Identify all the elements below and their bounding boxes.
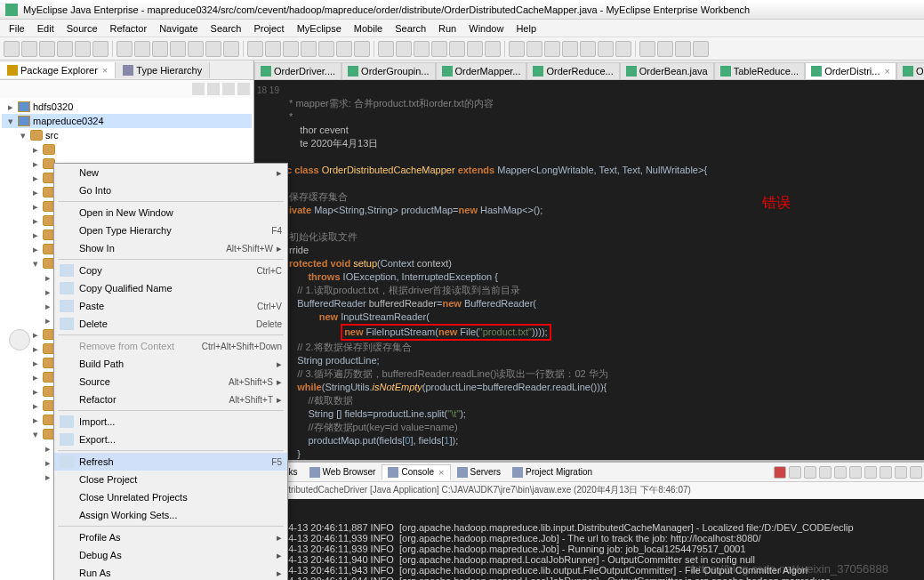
menu-item-delete[interactable]: DeleteDelete — [54, 315, 287, 333]
toolbar-button[interactable] — [4, 41, 20, 57]
tree-item[interactable]: ▸hdfs0320 — [2, 100, 252, 114]
toolbar-button[interactable] — [693, 41, 709, 57]
display-console-icon[interactable] — [864, 466, 877, 479]
menu-item-build-path[interactable]: Build Path▸ — [54, 355, 287, 373]
toolbar-button[interactable] — [615, 41, 631, 57]
editor-tab[interactable]: OrderMapper... — [436, 62, 527, 79]
toolbar-button[interactable] — [396, 41, 412, 57]
tree-item[interactable]: ▾mapreduce0324 — [2, 114, 252, 128]
tab-type-hierarchy[interactable]: Type Hierarchy — [116, 62, 210, 78]
toolbar-button[interactable] — [526, 41, 542, 57]
menu-item-import-[interactable]: Import... — [54, 413, 287, 431]
toolbar-button[interactable] — [485, 41, 501, 57]
toolbar-button[interactable] — [92, 41, 108, 57]
pin-console-icon[interactable] — [849, 466, 862, 479]
toolbar-button[interactable] — [354, 41, 370, 57]
menu-item-debug-as[interactable]: Debug As▸ — [54, 546, 287, 564]
menu-item-remove-from-context[interactable]: Remove from ContextCtrl+Alt+Shift+Down — [54, 337, 287, 355]
toolbar-button[interactable] — [467, 41, 483, 57]
toolbar-button[interactable] — [152, 41, 168, 57]
toolbar-button[interactable] — [675, 41, 691, 57]
toolbar-button[interactable] — [39, 41, 55, 57]
toolbar-button[interactable] — [223, 41, 239, 57]
open-console-icon[interactable] — [880, 466, 892, 479]
toolbar-button[interactable] — [509, 41, 525, 57]
menu-item-new[interactable]: New▸ — [54, 164, 287, 181]
menu-edit[interactable]: Edit — [32, 21, 60, 36]
console-output[interactable]: 2020-04-13 20:46:11,887 INFO [org.apache… — [254, 499, 924, 580]
tab-web-browser[interactable]: Web Browser — [304, 465, 382, 479]
maximize-icon[interactable] — [910, 466, 922, 479]
toolbar-button[interactable] — [562, 41, 578, 57]
link-editor-icon[interactable] — [207, 83, 220, 95]
toolbar-button[interactable] — [75, 41, 91, 57]
toolbar-button[interactable] — [188, 41, 204, 57]
toolbar-button[interactable] — [301, 41, 317, 57]
toolbar-button[interactable] — [205, 41, 221, 57]
editor-tab[interactable]: OrderBean.java — [620, 62, 714, 79]
menu-item-copy-qualified-name[interactable]: Copy Qualified Name — [54, 279, 287, 297]
toolbar-button[interactable] — [21, 41, 37, 57]
toolbar-button[interactable] — [414, 41, 430, 57]
minimize-icon[interactable] — [895, 466, 907, 479]
menu-item-refresh[interactable]: RefreshF5 — [54, 453, 287, 471]
toolbar-button[interactable] — [336, 41, 352, 57]
view-menu-icon[interactable] — [222, 83, 235, 95]
menu-help[interactable]: Help — [510, 21, 542, 36]
menu-mobile[interactable]: Mobile — [349, 21, 388, 36]
toolbar-button[interactable] — [247, 41, 263, 57]
menu-item-profile-as[interactable]: Profile As▸ — [54, 528, 287, 546]
menu-item-close-project[interactable]: Close Project — [54, 471, 287, 488]
minimize-icon[interactable] — [237, 83, 250, 95]
menu-item-open-type-hierarchy[interactable]: Open Type HierarchyF4 — [54, 222, 287, 239]
tab-console[interactable]: Console × — [382, 464, 450, 480]
menu-myeclipse[interactable]: MyEclipse — [292, 21, 347, 36]
toolbar-button[interactable] — [57, 41, 73, 57]
tree-item[interactable]: ▾src — [2, 128, 252, 142]
menu-item-copy[interactable]: CopyCtrl+C — [54, 262, 287, 279]
menu-navigate[interactable]: Navigate — [154, 21, 203, 36]
toolbar-button[interactable] — [580, 41, 596, 57]
code-editor[interactable]: 18 19 * mapper需求: 合并product.txt和order.tx… — [254, 80, 924, 460]
toolbar-button[interactable] — [117, 41, 133, 57]
clear-console-icon[interactable] — [819, 466, 832, 479]
toolbar-button[interactable] — [544, 41, 560, 57]
editor-tab[interactable]: OrderDistri...× — [805, 62, 896, 79]
editor-tab[interactable]: TableReduce... — [714, 62, 805, 79]
menu-item-source[interactable]: SourceAlt+Shift+S▸ — [54, 373, 287, 391]
toolbar-button[interactable] — [431, 41, 447, 57]
toolbar-button[interactable] — [265, 41, 281, 57]
remove-launch-icon[interactable] — [789, 466, 801, 479]
editor-tab[interactable]: OrderGroupin... — [341, 62, 435, 79]
editor-tab[interactable]: OrderReduce... — [526, 62, 619, 79]
tree-item[interactable]: ▸ — [2, 142, 252, 157]
toolbar-button[interactable] — [283, 41, 299, 57]
toolbar-button[interactable] — [598, 41, 614, 57]
toolbar-button[interactable] — [639, 41, 655, 57]
remove-all-icon[interactable] — [804, 466, 816, 479]
toolbar-button[interactable] — [449, 41, 465, 57]
menu-search[interactable]: Search — [390, 21, 431, 36]
collapse-all-icon[interactable] — [192, 83, 205, 95]
menu-window[interactable]: Window — [463, 21, 509, 36]
menu-source[interactable]: Source — [61, 21, 103, 36]
menu-item-show-in[interactable]: Show InAlt+Shift+W▸ — [54, 239, 287, 257]
menu-item-run-as[interactable]: Run As▸ — [54, 564, 287, 580]
editor-tab[interactable]: OrderDriver.... — [254, 62, 341, 79]
menu-item-paste[interactable]: PasteCtrl+V — [54, 297, 287, 315]
toolbar-button[interactable] — [318, 41, 334, 57]
editor-tab[interactable]: OrderDistri... — [896, 62, 924, 79]
toolbar-button[interactable] — [134, 41, 150, 57]
tab-package-explorer[interactable]: Package Explorer × — [0, 62, 116, 78]
navigate-back-button[interactable] — [9, 329, 30, 350]
toolbar-button[interactable] — [170, 41, 186, 57]
menu-run[interactable]: Run — [433, 21, 462, 36]
toolbar-button[interactable] — [657, 41, 673, 57]
close-icon[interactable]: × — [884, 66, 889, 77]
menu-item-close-unrelated-projects[interactable]: Close Unrelated Projects — [54, 488, 287, 506]
menu-item-export-[interactable]: Export... — [54, 431, 287, 448]
menu-item-open-in-new-window[interactable]: Open in New Window — [54, 204, 287, 222]
tab-servers[interactable]: Servers — [452, 465, 506, 479]
toolbar-button[interactable] — [378, 41, 394, 57]
scroll-lock-icon[interactable] — [834, 466, 847, 479]
